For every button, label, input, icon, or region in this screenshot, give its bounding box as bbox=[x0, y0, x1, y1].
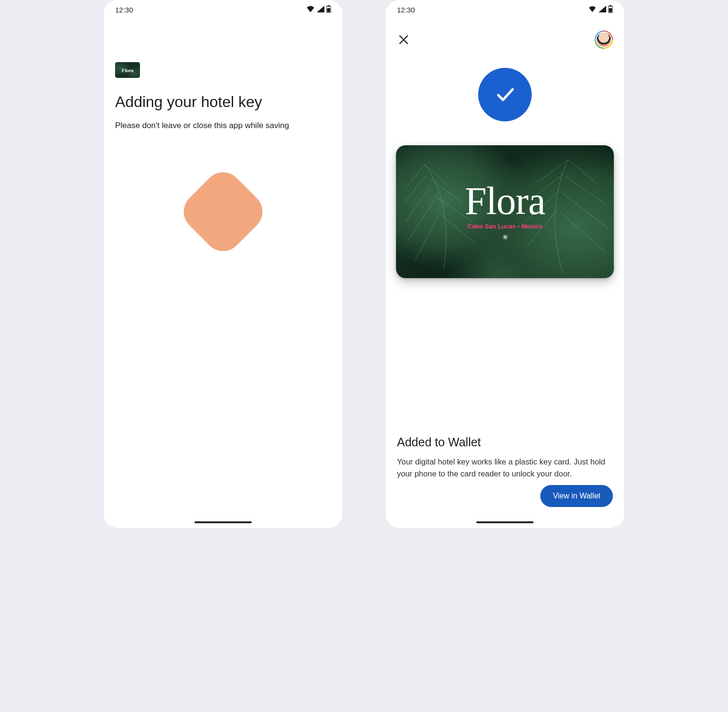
result-title: Added to Wallet bbox=[397, 435, 613, 449]
svg-rect-5 bbox=[609, 8, 612, 12]
home-indicator[interactable] bbox=[476, 521, 534, 523]
cellular-icon bbox=[599, 6, 606, 14]
view-in-wallet-button[interactable]: View in Wallet bbox=[540, 485, 613, 507]
status-time: 12:30 bbox=[115, 6, 133, 14]
hotel-key-thumbnail: Flora bbox=[115, 62, 140, 78]
thumbnail-brand: Flora bbox=[121, 67, 134, 73]
wifi-icon bbox=[588, 6, 597, 14]
result-description: Your digital hotel key works like a plas… bbox=[397, 456, 613, 480]
battery-icon bbox=[326, 5, 331, 14]
status-icons bbox=[588, 5, 613, 14]
status-bar: 12:30 bbox=[104, 0, 343, 19]
status-icons bbox=[306, 5, 331, 14]
card-location: Cabo San Lucas • Mexico bbox=[468, 223, 543, 230]
status-bar: 12:30 bbox=[385, 0, 624, 19]
phone-screen-added: 12:30 bbox=[385, 0, 624, 528]
card-star-icon: ✳ bbox=[502, 233, 508, 242]
home-indicator[interactable] bbox=[194, 521, 252, 523]
battery-icon bbox=[608, 5, 613, 14]
cellular-icon bbox=[317, 6, 324, 14]
phone-screen-adding: 12:30 Flora Adding your hotel key Please… bbox=[104, 0, 343, 528]
loading-spinner-icon bbox=[176, 164, 270, 259]
card-brand: Flora bbox=[465, 182, 545, 221]
avatar-face-icon bbox=[597, 32, 611, 47]
svg-rect-2 bbox=[327, 8, 331, 12]
wifi-icon bbox=[306, 6, 315, 14]
hotel-key-card[interactable]: Flora Cabo San Lucas • Mexico ✳ bbox=[396, 145, 614, 278]
status-time: 12:30 bbox=[397, 6, 415, 14]
page-title: Adding your hotel key bbox=[115, 92, 331, 111]
account-avatar[interactable] bbox=[595, 31, 613, 49]
success-check-icon bbox=[478, 68, 532, 121]
close-button[interactable] bbox=[397, 33, 410, 46]
page-subtitle: Please don't leave or close this app whi… bbox=[115, 121, 331, 130]
